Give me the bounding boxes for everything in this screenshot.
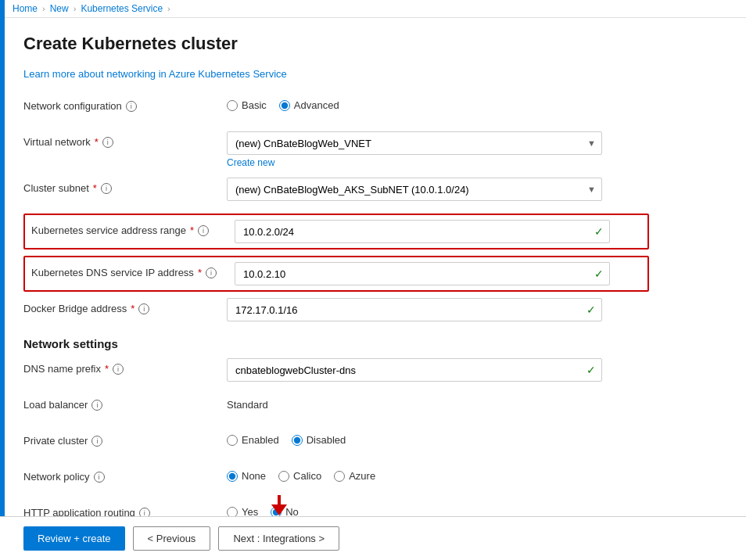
private-cluster-enabled-radio[interactable] (227, 435, 238, 446)
k8s-dns-ip-check-icon: ✓ (594, 267, 604, 280)
create-new-vnet-link[interactable]: Create new (227, 157, 274, 168)
virtual-network-label: Virtual network * i (23, 131, 227, 148)
arrow-indicator (271, 495, 287, 515)
breadcrumb-home[interactable]: Home (13, 3, 38, 14)
k8s-service-range-check-icon: ✓ (594, 225, 604, 238)
dns-prefix-control: ✓ (227, 358, 649, 382)
bottom-bar: Review + create < Previous Next : Integr… (0, 516, 746, 560)
left-accent-bar (0, 0, 5, 560)
network-config-info-icon[interactable]: i (126, 101, 137, 112)
dns-prefix-check-icon: ✓ (586, 364, 596, 376)
load-balancer-value: Standard (227, 394, 649, 411)
k8s-dns-ip-input[interactable] (235, 262, 610, 285)
arrow-head (271, 504, 287, 515)
network-policy-options: None Calico Azure (227, 466, 649, 482)
k8s-service-range-input[interactable] (235, 220, 610, 243)
cluster-subnet-select[interactable]: (new) CnBateBlogWeb_AKS_SubNET (10.0.1.0… (227, 178, 602, 201)
network-policy-calico[interactable]: Calico (278, 470, 321, 482)
cluster-subnet-label: Cluster subnet * i (23, 178, 227, 194)
k8s-service-range-control: ✓ (235, 220, 641, 243)
network-policy-none-radio[interactable] (227, 471, 238, 482)
arrow-stem (278, 495, 281, 504)
network-policy-azure[interactable]: Azure (334, 470, 375, 482)
k8s-dns-ip-info-icon[interactable]: i (206, 267, 217, 278)
previous-button[interactable]: < Previous (133, 526, 211, 551)
cluster-subnet-control: (new) CnBateBlogWeb_AKS_SubNET (10.0.1.0… (227, 178, 649, 201)
private-cluster-row: Private cluster i Enabled Disabled (23, 430, 649, 457)
private-cluster-options: Enabled Disabled (227, 430, 649, 446)
network-config-basic-radio[interactable] (227, 100, 238, 111)
breadcrumb-k8s[interactable]: Kubernetes Service (81, 3, 163, 14)
breadcrumb-sep-1: › (42, 4, 45, 13)
docker-bridge-control: ✓ (227, 298, 649, 321)
network-policy-calico-radio[interactable] (278, 471, 289, 482)
network-config-advanced-radio[interactable] (279, 100, 290, 111)
virtual-network-control: (new) CnBateBlogWeb_VNET ▼ Create new (227, 131, 649, 168)
docker-bridge-label: Docker Bridge address * i (23, 298, 227, 314)
review-create-button[interactable]: Review + create (23, 526, 125, 551)
virtual-network-select-wrapper: (new) CnBateBlogWeb_VNET ▼ (227, 131, 602, 155)
k8s-service-range-highlight: Kubernetes service address range * i ✓ (23, 214, 649, 249)
breadcrumb-sep-2: › (74, 4, 77, 13)
k8s-service-range-info-icon[interactable]: i (198, 225, 209, 236)
page-title: Create Kubernetes cluster (23, 34, 649, 54)
k8s-dns-ip-control: ✓ (235, 262, 641, 285)
k8s-service-range-row: Kubernetes service address range * i ✓ (25, 217, 647, 246)
network-policy-azure-radio[interactable] (334, 471, 345, 482)
docker-bridge-row: Docker Bridge address * i ✓ (23, 298, 649, 325)
network-config-label: Network configuration i (23, 95, 227, 112)
network-policy-label: Network policy i (23, 466, 227, 483)
virtual-network-info-icon[interactable]: i (102, 137, 113, 148)
http-routing-options: Yes No (227, 502, 649, 518)
private-cluster-label: Private cluster i (23, 430, 227, 447)
k8s-service-range-label: Kubernetes service address range * i (31, 220, 235, 236)
cluster-subnet-info-icon[interactable]: i (101, 183, 112, 194)
network-config-row: Network configuration i Basic Advanced (23, 95, 649, 122)
learn-more-link[interactable]: Learn more about networking in Azure Kub… (23, 68, 287, 80)
k8s-dns-ip-label: Kubernetes DNS service IP address * i (31, 262, 235, 278)
network-policy-row: Network policy i None Calico Azure (23, 466, 649, 493)
network-policy-info-icon[interactable]: i (94, 472, 105, 483)
dns-prefix-info-icon[interactable]: i (113, 364, 124, 375)
breadcrumb-new[interactable]: New (50, 3, 69, 14)
dns-prefix-label: DNS name prefix * i (23, 358, 227, 375)
load-balancer-info-icon[interactable]: i (91, 400, 102, 411)
next-button-wrapper: Next : Integrations > (218, 526, 339, 551)
k8s-dns-ip-input-wrapper: ✓ (235, 262, 610, 285)
virtual-network-select[interactable]: (new) CnBateBlogWeb_VNET (227, 131, 602, 155)
docker-bridge-input-wrapper: ✓ (227, 298, 602, 321)
cluster-subnet-row: Cluster subnet * i (new) CnBateBlogWeb_A… (23, 178, 649, 204)
private-cluster-disabled-radio[interactable] (292, 435, 303, 446)
k8s-dns-ip-highlight: Kubernetes DNS service IP address * i ✓ (23, 256, 649, 292)
load-balancer-row: Load balancer i Standard (23, 394, 649, 421)
private-cluster-info-icon[interactable]: i (91, 436, 102, 447)
private-cluster-disabled[interactable]: Disabled (292, 434, 346, 446)
breadcrumb: Home › New › Kubernetes Service › (0, 0, 746, 18)
network-config-advanced[interactable]: Advanced (279, 99, 339, 111)
network-policy-none[interactable]: None (227, 470, 266, 482)
dns-prefix-row: DNS name prefix * i ✓ (23, 358, 649, 385)
k8s-service-range-input-wrapper: ✓ (235, 220, 610, 243)
next-button[interactable]: Next : Integrations > (218, 526, 339, 551)
docker-bridge-info-icon[interactable]: i (138, 303, 149, 314)
private-cluster-enabled[interactable]: Enabled (227, 434, 279, 446)
cluster-subnet-select-wrapper: (new) CnBateBlogWeb_AKS_SubNET (10.0.1.0… (227, 178, 602, 201)
main-content: Create Kubernetes cluster Learn more abo… (0, 18, 672, 560)
network-settings-title: Network settings (23, 337, 649, 350)
k8s-dns-ip-row: Kubernetes DNS service IP address * i ✓ (25, 259, 647, 289)
dns-prefix-input-wrapper: ✓ (227, 358, 602, 382)
network-config-options: Basic Advanced (227, 95, 649, 111)
network-config-basic[interactable]: Basic (227, 99, 267, 111)
docker-bridge-input[interactable] (227, 298, 602, 321)
breadcrumb-sep-3: › (167, 4, 170, 13)
virtual-network-row: Virtual network * i (new) CnBateBlogWeb_… (23, 131, 649, 168)
dns-prefix-input[interactable] (227, 358, 602, 382)
docker-bridge-check-icon: ✓ (586, 303, 596, 316)
load-balancer-label: Load balancer i (23, 394, 227, 411)
